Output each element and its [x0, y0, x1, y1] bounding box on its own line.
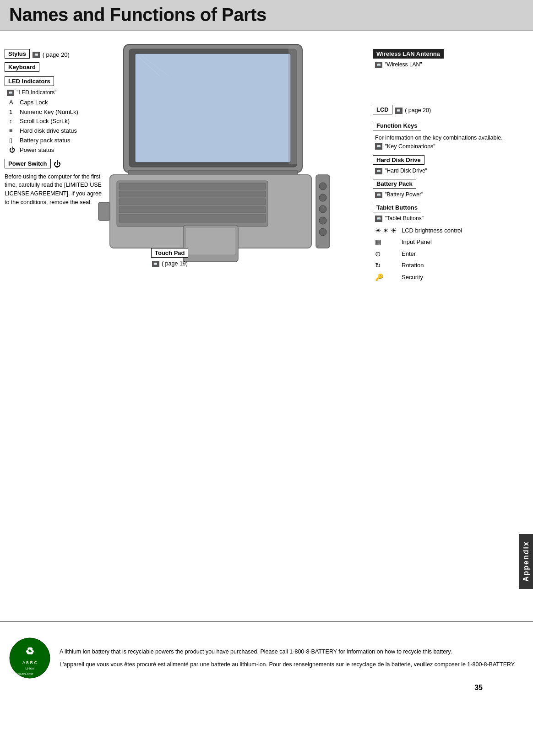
- stylus-page-ref: 📖 ( page 20): [33, 51, 70, 59]
- hdd-ref-icon: 📖: [375, 168, 382, 174]
- touchpad-ref: 📖 ( page 19): [151, 260, 188, 267]
- recycle-text-block: A lithium ion battery that is recyclable…: [60, 647, 524, 669]
- svg-rect-19: [98, 202, 110, 221]
- svg-text:1-800-822-8837: 1-800-822-8837: [14, 673, 33, 675]
- power-switch-desc: Before using the computer for the first …: [5, 173, 105, 207]
- svg-rect-2: [135, 54, 291, 162]
- function-keys-label: Function Keys: [373, 121, 421, 130]
- page-header: Names and Functions of Parts: [0, 0, 533, 31]
- hdd-label: Hard Disk Drive: [373, 155, 424, 165]
- tablet-item-security: 🔑 Security: [375, 271, 524, 283]
- laptop-svg: [92, 40, 339, 269]
- tablet-list: ☀ ✶ ☀ LCD brightness control ▦ Input Pan…: [375, 225, 524, 283]
- num-icon: 1: [9, 108, 17, 117]
- wireless-lan-section: Wireless LAN Antenna 📖 "Wireless LAN": [373, 49, 524, 68]
- lcd-label: LCD: [373, 105, 392, 114]
- main-content: Stylus 📖 ( page 20) Keyboard LED Indicat…: [0, 31, 533, 694]
- recycle-text-en: A lithium ion battery that is recyclable…: [60, 647, 524, 656]
- led-ref-icon: 📖: [7, 90, 14, 96]
- wireless-ref-icon: 📖: [375, 62, 382, 68]
- hdd-icon: ≡: [9, 126, 17, 136]
- tablet-item-input: ▦ Input Panel: [375, 236, 524, 248]
- svg-point-18: [319, 228, 326, 236]
- laptop-illustration: [92, 40, 339, 269]
- enter-icon: ⊙: [375, 248, 398, 260]
- battery-pack-label: Battery Pack: [373, 179, 416, 189]
- power-led-icon: ⏻: [9, 146, 17, 155]
- tablet-item-enter: ⊙ Enter: [375, 248, 524, 260]
- right-labels: Wireless LAN Antenna 📖 "Wireless LAN" LC…: [373, 49, 524, 283]
- caps-icon: A: [9, 98, 17, 108]
- wireless-lan-ref: 📖 "Wireless LAN": [375, 61, 524, 68]
- svg-point-23: [10, 638, 50, 678]
- svg-text:♻: ♻: [25, 646, 34, 657]
- tablet-buttons-label: Tablet Buttons: [373, 203, 421, 212]
- svg-text:A B R C: A B R C: [22, 660, 38, 665]
- svg-text:Li-ion: Li-ion: [25, 666, 34, 670]
- touchpad-section: Touch Pad 📖 ( page 19): [151, 248, 188, 267]
- function-keys-desc: For information on the key combinations …: [375, 134, 524, 151]
- svg-rect-7: [119, 191, 266, 197]
- appendix-tab: Appendix: [519, 534, 533, 589]
- tablet-item-lcd: ☀ ✶ ☀ LCD brightness control: [375, 225, 524, 237]
- power-switch-label: Power Switch: [5, 159, 51, 168]
- lcd-page-ref: 📖 ( page 20): [395, 107, 431, 114]
- function-keys-section: Function Keys For information on the key…: [373, 121, 524, 151]
- svg-rect-20: [288, 45, 298, 164]
- svg-rect-8: [119, 199, 266, 205]
- recycle-text-fr: L'appareil que vous vous êtes procuré es…: [60, 660, 524, 669]
- battery-icon: ▯: [9, 136, 17, 146]
- svg-point-17: [319, 217, 326, 224]
- led-label: LED Indicators: [5, 76, 54, 86]
- page-footer: ♻ A B R C Li-ion 1-800-822-8837 A lithiu…: [0, 621, 533, 694]
- keyboard-label: Keyboard: [5, 62, 39, 72]
- svg-rect-9: [119, 206, 266, 213]
- recycle-logo: ♻ A B R C Li-ion 1-800-822-8837: [9, 637, 50, 679]
- page-number: 35: [474, 684, 483, 692]
- tablet-ref: 📖 "Tablet Buttons": [375, 215, 524, 222]
- svg-rect-12: [185, 227, 236, 255]
- page-title: Names and Functions of Parts: [9, 5, 524, 25]
- lcd-brightness-icon: ☀ ✶ ☀: [375, 225, 398, 237]
- svg-point-16: [319, 205, 326, 213]
- security-icon: 🔑: [375, 271, 398, 283]
- svg-rect-10: [119, 214, 266, 222]
- tablet-item-rotation: ↻ Rotation: [375, 259, 524, 271]
- lcd-section: LCD 📖 ( page 20): [373, 105, 524, 116]
- svg-point-14: [319, 183, 326, 190]
- recycle-svg: ♻ A B R C Li-ion 1-800-822-8837: [9, 637, 50, 679]
- hdd-section: Hard Disk Drive 📖 "Hard Disk Drive": [373, 155, 524, 174]
- touchpad-label: Touch Pad: [151, 248, 188, 258]
- power-switch-icon: ⏻: [54, 160, 61, 168]
- battery-ref-icon: 📖: [375, 192, 382, 198]
- battery-pack-section: Battery Pack 📖 "Battery Power": [373, 179, 524, 198]
- lcd-ref-icon: 📖: [395, 108, 402, 114]
- hdd-ref: 📖 "Hard Disk Drive": [375, 167, 524, 174]
- touchpad-ref-icon: 📖: [152, 261, 159, 267]
- fkeys-ref-icon: 📖: [375, 143, 382, 150]
- tablet-ref-icon: 📖: [375, 216, 382, 222]
- svg-point-15: [319, 194, 326, 201]
- input-panel-icon: ▦: [375, 236, 398, 248]
- battery-ref: 📖 "Battery Power": [375, 191, 524, 198]
- tablet-buttons-section: Tablet Buttons 📖 "Tablet Buttons" ☀ ✶ ☀ …: [373, 203, 524, 283]
- rotation-icon: ↻: [375, 259, 398, 271]
- stylus-label: Stylus: [5, 49, 30, 59]
- scroll-icon: ↕: [9, 117, 17, 126]
- ref-book-icon: 📖: [33, 52, 40, 58]
- svg-rect-6: [119, 183, 266, 189]
- wireless-lan-label: Wireless LAN Antenna: [373, 49, 444, 59]
